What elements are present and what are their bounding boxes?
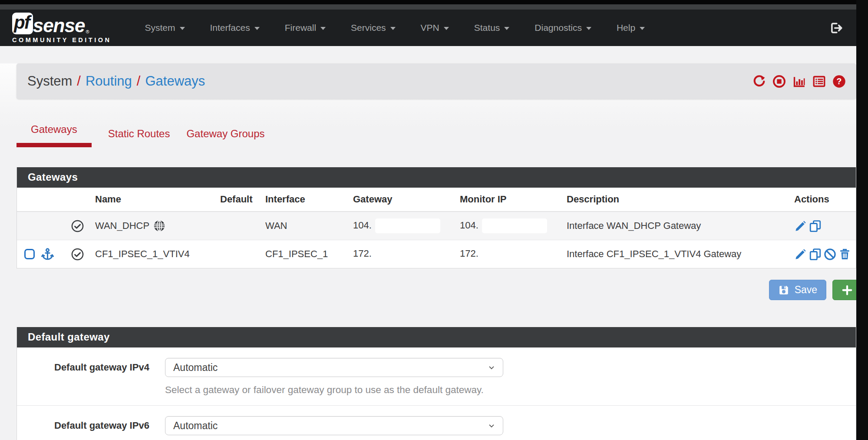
breadcrumb-separator: / (77, 73, 81, 89)
monitor-ip: 172. (460, 248, 479, 259)
gateway-enabled-icon (71, 220, 84, 232)
pfsense-logo-sense: sense (33, 17, 85, 34)
gateway-default (216, 240, 261, 268)
table-row: CF1_IPSEC_1_VTIV4 CF1_IPSEC_1 172. 172. … (17, 240, 856, 268)
community-edition-label: COMMUNITY EDITION (12, 36, 111, 43)
menu-status[interactable]: Status (462, 10, 522, 46)
gateway-interface: WAN (261, 212, 349, 240)
gateway-description: Interface CF1_IPSEC_1_VTIV4 Gateway (562, 240, 790, 268)
menu-interfaces[interactable]: Interfaces (198, 10, 272, 46)
tab-gateways[interactable]: Gateways (17, 123, 92, 147)
redacted-ip (482, 247, 547, 261)
pfsense-logo-pf: pf (12, 13, 33, 34)
help-icon[interactable]: ? (832, 75, 846, 88)
ipv4-help-text: Select a gateway or failover gateway gro… (165, 384, 538, 399)
page-action-icons: ? (752, 75, 846, 88)
registered-mark: ® (86, 29, 89, 34)
top-navbar: pf sense ® COMMUNITY EDITION System Inte… (0, 10, 856, 46)
monitor-ip: 104. (460, 220, 479, 231)
menu-diagnostics[interactable]: Diagnostics (522, 10, 604, 46)
chevron-down-icon (254, 27, 260, 30)
button-row: Save Add (0, 280, 856, 300)
menu-vpn[interactable]: VPN (408, 10, 462, 46)
chevron-down-icon (390, 27, 396, 30)
edit-icon[interactable] (794, 220, 807, 232)
breadcrumb-routing-link[interactable]: Routing (86, 73, 132, 89)
col-name: Name (91, 188, 216, 212)
log-icon[interactable] (812, 75, 826, 88)
gateway-default (216, 212, 261, 240)
window-title-strip (0, 4, 856, 10)
form-row-ipv6: Default gateway IPv6 Automatic Select a … (17, 405, 856, 440)
add-button[interactable]: Add (832, 280, 856, 300)
table-row: WAN_DHCP (17, 212, 856, 240)
stop-icon[interactable] (772, 75, 786, 88)
gateways-panel-title: Gateways (17, 167, 856, 188)
col-monitor-ip: Monitor IP (455, 188, 562, 212)
window-top-strip (0, 0, 856, 4)
save-floppy-icon (778, 285, 789, 296)
chevron-down-icon (180, 27, 185, 30)
pfsense-logo[interactable]: pf sense ® COMMUNITY EDITION (12, 13, 111, 43)
menu-services[interactable]: Services (338, 10, 408, 46)
col-gateway: Gateway (349, 188, 455, 212)
delete-icon[interactable] (838, 248, 851, 261)
sign-out-icon (829, 21, 843, 35)
chevron-down-icon (586, 27, 591, 30)
disable-icon[interactable] (824, 248, 836, 261)
select-checkbox-icon[interactable] (24, 249, 35, 259)
refresh-icon[interactable] (752, 75, 766, 88)
default-gateway-panel-title: Default gateway (17, 327, 856, 347)
tab-static-routes[interactable]: Static Routes (108, 128, 170, 147)
col-default: Default (216, 188, 261, 212)
default-gateway-ipv6-select[interactable]: Automatic (165, 416, 503, 435)
breadcrumb: System / Routing / Gateways (17, 63, 856, 99)
gateway-name: CF1_IPSEC_1_VTIV4 (91, 240, 216, 268)
redacted-ip (482, 218, 547, 233)
navbar-menu: System Interfaces Firewall Services VPN … (132, 10, 829, 46)
gateway-address: 172. (353, 248, 372, 259)
redacted-ip (375, 247, 440, 261)
gateway-name: WAN_DHCP (95, 220, 149, 232)
sign-out-button[interactable] (829, 21, 843, 35)
chevron-down-icon (640, 27, 645, 30)
tab-gateway-groups[interactable]: Gateway Groups (186, 128, 264, 147)
page-tabs: Gateways Static Routes Gateway Groups (17, 123, 856, 147)
chevron-down-icon (444, 27, 449, 30)
svg-text:?: ? (837, 76, 842, 86)
default-gateway-globe-icon (153, 220, 165, 232)
copy-icon[interactable] (809, 220, 822, 232)
anchor-icon (41, 248, 54, 261)
default-gateway-ipv4-select[interactable]: Automatic (165, 358, 503, 377)
edit-icon[interactable] (794, 248, 807, 261)
breadcrumb-system: System (27, 73, 72, 89)
gateways-table: Name Default Interface Gateway Monitor I… (17, 188, 856, 268)
default-gateway-ipv6-label: Default gateway IPv6 (17, 416, 165, 440)
browser-page: pf sense ® COMMUNITY EDITION System Inte… (0, 0, 856, 440)
chevron-down-icon (487, 363, 496, 372)
col-description: Description (562, 188, 790, 212)
copy-icon[interactable] (809, 248, 822, 261)
form-row-ipv4: Default gateway IPv4 Automatic Select a … (17, 347, 856, 405)
breadcrumb-gateways-link[interactable]: Gateways (145, 73, 205, 89)
save-button[interactable]: Save (769, 280, 826, 300)
col-actions: Actions (790, 188, 856, 212)
default-gateway-panel: Default gateway Default gateway IPv4 Aut… (17, 327, 856, 440)
page-content: System / Routing / Gateways (0, 63, 856, 440)
gateway-enabled-icon (71, 248, 84, 261)
table-header-row: Name Default Interface Gateway Monitor I… (17, 188, 856, 212)
col-interface: Interface (261, 188, 349, 212)
redacted-ip (375, 218, 440, 233)
menu-system[interactable]: System (132, 10, 197, 46)
default-gateway-ipv4-label: Default gateway IPv4 (17, 358, 165, 399)
chevron-down-icon (487, 421, 496, 430)
breadcrumb-separator: / (137, 73, 141, 89)
menu-firewall[interactable]: Firewall (272, 10, 338, 46)
gateway-address: 104. (353, 220, 372, 231)
chevron-down-icon (504, 27, 509, 30)
gateways-panel: Gateways Name Default Interface Gateway … (17, 167, 856, 268)
gateway-interface: CF1_IPSEC_1 (261, 240, 349, 268)
chevron-down-icon (320, 27, 326, 30)
menu-help[interactable]: Help (604, 10, 657, 46)
chart-icon[interactable] (792, 75, 806, 88)
